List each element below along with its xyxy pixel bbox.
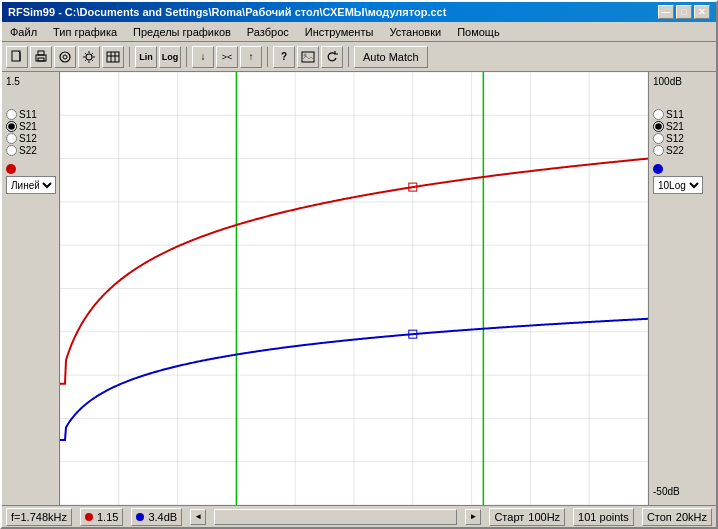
toolbar-print[interactable] bbox=[30, 46, 52, 68]
toolbar-sep3 bbox=[267, 47, 268, 67]
val1-section: 1.15 bbox=[80, 508, 123, 526]
toolbar-query[interactable]: ? bbox=[273, 46, 295, 68]
frequency-section: f=1.748kHz bbox=[6, 508, 72, 526]
toolbar-down[interactable]: ↓ bbox=[192, 46, 214, 68]
right-radio-s11[interactable]: S11 bbox=[653, 109, 684, 120]
right-y-top-label: 100dB bbox=[653, 76, 682, 87]
svg-point-5 bbox=[63, 55, 67, 59]
start-value: 100Hz bbox=[528, 511, 560, 523]
left-type-dropdown[interactable]: Линейн bbox=[6, 176, 56, 194]
horizontal-scrollbar[interactable] bbox=[214, 509, 457, 525]
left-radio-s22[interactable]: S22 bbox=[6, 145, 37, 156]
svg-rect-3 bbox=[38, 58, 44, 61]
right-radio-s12[interactable]: S12 bbox=[653, 133, 684, 144]
left-color-dot bbox=[6, 164, 16, 174]
menu-bar: Файл Тип графика Пределы графиков Разбро… bbox=[2, 22, 716, 42]
toolbar-new[interactable] bbox=[6, 46, 28, 68]
val2-section: 3.4dB bbox=[131, 508, 182, 526]
left-radio-s11-label: S11 bbox=[19, 109, 37, 120]
right-radio-s21-label: S21 bbox=[666, 121, 684, 132]
menu-tools[interactable]: Инструменты bbox=[301, 25, 378, 39]
frequency-label: f=1.748kHz bbox=[11, 511, 67, 523]
left-radio-s12-label: S12 bbox=[19, 133, 37, 144]
svg-rect-7 bbox=[107, 52, 119, 62]
val2-value: 3.4dB bbox=[148, 511, 177, 523]
left-radio-s21[interactable]: S21 bbox=[6, 121, 37, 132]
left-radio-s11-input[interactable] bbox=[6, 109, 17, 120]
left-radio-s11[interactable]: S11 bbox=[6, 109, 37, 120]
toolbar-spread[interactable]: >< bbox=[216, 46, 238, 68]
minimize-button[interactable]: — bbox=[658, 5, 674, 19]
left-radio-s21-label: S21 bbox=[19, 121, 37, 132]
toolbar-sep2 bbox=[186, 47, 187, 67]
toolbar-settings[interactable] bbox=[78, 46, 100, 68]
toolbar-image[interactable] bbox=[297, 46, 319, 68]
menu-chart-type[interactable]: Тип графика bbox=[49, 25, 121, 39]
menu-limits[interactable]: Пределы графиков bbox=[129, 25, 235, 39]
right-radio-s22-label: S22 bbox=[666, 145, 684, 156]
menu-settings[interactable]: Установки bbox=[385, 25, 445, 39]
points-label: 101 points bbox=[578, 511, 629, 523]
toolbar-up[interactable]: ↑ bbox=[240, 46, 262, 68]
svg-point-4 bbox=[60, 52, 70, 62]
menu-help[interactable]: Помощь bbox=[453, 25, 504, 39]
close-button[interactable]: ✕ bbox=[694, 5, 710, 19]
left-radio-s12-input[interactable] bbox=[6, 133, 17, 144]
right-y-bottom-label: -50dB bbox=[653, 486, 680, 497]
right-radio-s12-input[interactable] bbox=[653, 133, 664, 144]
right-radio-group: S11 S21 S12 S22 bbox=[653, 109, 684, 156]
left-panel: 1.5 S11 S21 S12 S22 bbox=[2, 72, 60, 505]
points-section: 101 points bbox=[573, 508, 634, 526]
menu-scatter[interactable]: Разброс bbox=[243, 25, 293, 39]
toolbar-sep1 bbox=[129, 47, 130, 67]
stop-label: Стоп bbox=[647, 511, 672, 523]
menu-file[interactable]: Файл bbox=[6, 25, 41, 39]
auto-match-button[interactable]: Auto Match bbox=[354, 46, 428, 68]
main-content: 1.5 S11 S21 S12 S22 bbox=[2, 72, 716, 505]
svg-rect-2 bbox=[38, 51, 44, 55]
svg-point-6 bbox=[86, 54, 92, 60]
right-radio-s11-input[interactable] bbox=[653, 109, 664, 120]
window-title: RFSim99 - C:\Documents and Settings\Roma… bbox=[8, 6, 446, 18]
toolbar-refresh[interactable] bbox=[321, 46, 343, 68]
scroll-right-btn[interactable]: ► bbox=[465, 509, 481, 525]
toolbar-lin[interactable]: Lin bbox=[135, 46, 157, 68]
right-radio-s22-input[interactable] bbox=[653, 145, 664, 156]
left-radio-s12[interactable]: S12 bbox=[6, 133, 37, 144]
right-radio-s21-input[interactable] bbox=[653, 121, 664, 132]
right-radio-s21[interactable]: S21 bbox=[653, 121, 684, 132]
val2-dot bbox=[136, 513, 144, 521]
chart-canvas bbox=[60, 72, 648, 505]
left-radio-s22-input[interactable] bbox=[6, 145, 17, 156]
right-radio-s12-label: S12 bbox=[666, 133, 684, 144]
left-radio-s22-label: S22 bbox=[19, 145, 37, 156]
chart-area[interactable] bbox=[60, 72, 648, 505]
toolbar-open[interactable] bbox=[54, 46, 76, 68]
title-bar-buttons: — □ ✕ bbox=[658, 5, 710, 19]
right-panel: 100dB S11 S21 S12 S22 bbox=[648, 72, 716, 505]
right-type-dropdown[interactable]: 10Log(P bbox=[653, 176, 703, 194]
toolbar-sep4 bbox=[348, 47, 349, 67]
title-bar: RFSim99 - C:\Documents and Settings\Roma… bbox=[2, 2, 716, 22]
toolbar-table[interactable] bbox=[102, 46, 124, 68]
stop-section: Стоп 20kHz bbox=[642, 508, 712, 526]
start-label: Старт bbox=[494, 511, 524, 523]
svg-rect-11 bbox=[302, 52, 314, 62]
right-radio-s22[interactable]: S22 bbox=[653, 145, 684, 156]
scroll-left-btn[interactable]: ◄ bbox=[190, 509, 206, 525]
toolbar-log[interactable]: Log bbox=[159, 46, 181, 68]
val1-dot bbox=[85, 513, 93, 521]
maximize-button[interactable]: □ bbox=[676, 5, 692, 19]
status-bar: f=1.748kHz 1.15 3.4dB ◄ ► Старт 100Hz 10… bbox=[2, 505, 716, 527]
right-radio-s11-label: S11 bbox=[666, 109, 684, 120]
left-radio-group: S11 S21 S12 S22 bbox=[6, 109, 37, 156]
start-section: Старт 100Hz bbox=[489, 508, 565, 526]
toolbar: Lin Log ↓ >< ↑ ? Auto Match bbox=[2, 42, 716, 72]
right-color-dot bbox=[653, 164, 663, 174]
main-window: RFSim99 - C:\Documents and Settings\Roma… bbox=[0, 0, 718, 529]
val1-value: 1.15 bbox=[97, 511, 118, 523]
stop-value: 20kHz bbox=[676, 511, 707, 523]
left-radio-s21-input[interactable] bbox=[6, 121, 17, 132]
left-y-top-label: 1.5 bbox=[6, 76, 20, 87]
